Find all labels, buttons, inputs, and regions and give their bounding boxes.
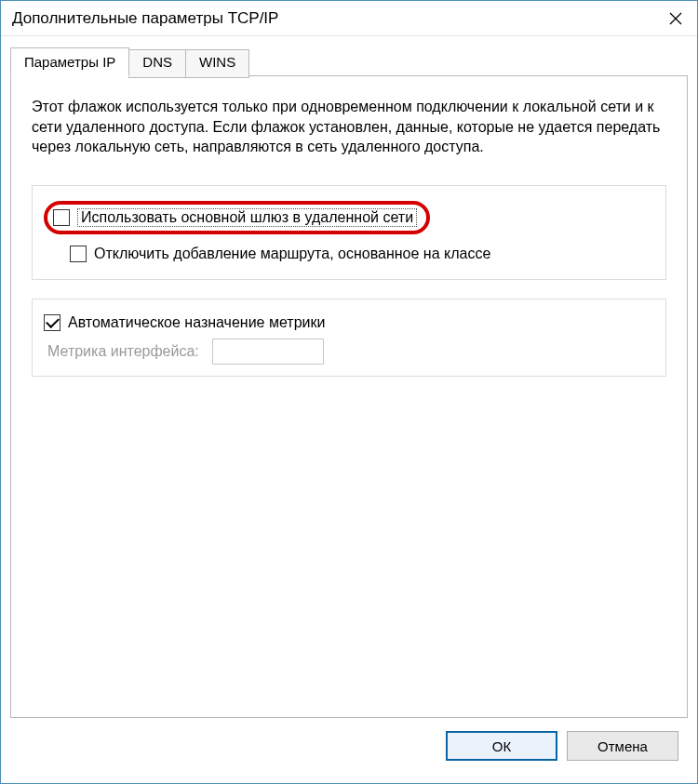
- description-text: Этот флажок используется только при одно…: [32, 97, 666, 157]
- button-label: Отмена: [597, 738, 648, 754]
- auto-metric-checkbox-label[interactable]: Автоматическое назначение метрики: [68, 314, 325, 331]
- dialog-window: Дополнительные параметры TCP/IP Параметр…: [0, 0, 698, 784]
- auto-metric-checkbox-row: Автоматическое назначение метрики: [44, 314, 654, 331]
- tab-label: Параметры IP: [24, 54, 115, 70]
- close-button[interactable]: [654, 1, 697, 36]
- button-label: ОК: [492, 738, 511, 754]
- gateway-checkbox-label[interactable]: Использовать основной шлюз в удаленной с…: [77, 208, 417, 227]
- tab-label: DNS: [142, 54, 172, 70]
- gateway-checkbox-row: Использовать основной шлюз в удаленной с…: [44, 201, 654, 234]
- dialog-footer: ОК Отмена: [10, 718, 688, 774]
- auto-metric-checkbox[interactable]: [44, 314, 60, 331]
- highlight-annotation: Использовать основной шлюз в удаленной с…: [44, 201, 430, 234]
- dialog-content: Параметры IP DNS WINS Этот флажок исполь…: [1, 36, 697, 783]
- tab-dns[interactable]: DNS: [128, 49, 186, 78]
- ok-button[interactable]: ОК: [446, 731, 557, 761]
- class-route-checkbox-row: Отключить добавление маршрута, основанно…: [70, 246, 654, 262]
- tab-wins[interactable]: WINS: [185, 49, 249, 78]
- tab-strip: Параметры IP DNS WINS: [10, 47, 688, 76]
- metric-input-label: Метрика интерфейса:: [47, 343, 199, 360]
- window-title: Дополнительные параметры TCP/IP: [12, 9, 278, 28]
- class-route-checkbox[interactable]: [70, 246, 87, 262]
- close-icon: [669, 12, 682, 25]
- class-route-checkbox-label[interactable]: Отключить добавление маршрута, основанно…: [94, 246, 490, 262]
- tab-label: WINS: [199, 54, 235, 70]
- metric-input: [212, 339, 324, 365]
- gateway-checkbox[interactable]: [53, 209, 70, 226]
- tab-panel-ip: Этот флажок используется только при одно…: [10, 75, 688, 718]
- metric-group: Автоматическое назначение метрики Метрик…: [32, 299, 666, 377]
- gateway-group: Использовать основной шлюз в удаленной с…: [32, 185, 666, 280]
- titlebar: Дополнительные параметры TCP/IP: [1, 1, 697, 36]
- metric-input-row: Метрика интерфейса:: [47, 339, 654, 365]
- cancel-button[interactable]: Отмена: [567, 731, 678, 761]
- tab-ip-settings[interactable]: Параметры IP: [10, 47, 129, 76]
